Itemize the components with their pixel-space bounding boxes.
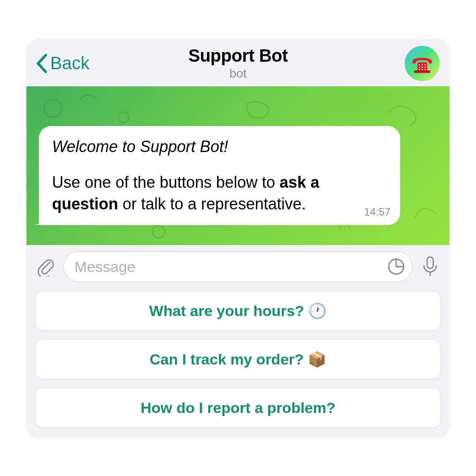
message-field[interactable]: [63, 251, 413, 282]
svg-point-5: [422, 67, 423, 68]
svg-point-11: [44, 100, 62, 117]
chevron-left-icon: [36, 54, 48, 73]
message-body: Use one of the buttons below to ask a qu…: [52, 172, 387, 215]
message-body-post: or talk to a representative.: [118, 195, 306, 213]
paperclip-icon: [37, 257, 55, 276]
input-bar: [26, 245, 450, 288]
quick-reply-button[interactable]: Can I track my order? 📦: [35, 339, 441, 379]
svg-point-6: [424, 67, 426, 68]
mic-icon: [422, 256, 438, 277]
message-bubble: Welcome to Support Bot! Use one of the b…: [39, 126, 400, 225]
svg-rect-15: [427, 257, 433, 268]
back-button[interactable]: Back: [29, 53, 89, 73]
svg-point-9: [424, 69, 426, 70]
svg-point-13: [152, 226, 165, 238]
quick-reply-label: What are your hours? 🕐: [149, 302, 327, 320]
message-body-pre: Use one of the buttons below to: [52, 173, 279, 191]
header: Back Support Bot bot: [26, 39, 450, 86]
attach-button[interactable]: [35, 256, 56, 277]
quick-replies: What are your hours? 🕐 Can I track my or…: [26, 288, 450, 437]
svg-point-3: [424, 64, 426, 65]
telephone-icon: [410, 53, 435, 74]
message-greeting: Welcome to Support Bot!: [52, 138, 387, 156]
quick-reply-label: Can I track my order? 📦: [149, 350, 326, 368]
sticker-icon[interactable]: [387, 258, 405, 275]
chat-subtitle: bot: [26, 67, 450, 81]
chat-title: Support Bot: [26, 46, 450, 66]
quick-reply-button[interactable]: What are your hours? 🕐: [35, 291, 441, 331]
quick-reply-button[interactable]: How do I report a problem?: [35, 388, 441, 428]
mic-button[interactable]: [420, 256, 441, 277]
svg-point-7: [419, 69, 420, 70]
chat-area: Welcome to Support Bot! Use one of the b…: [26, 86, 450, 245]
quick-reply-label: How do I report a problem?: [141, 399, 335, 416]
svg-point-12: [118, 112, 129, 123]
chat-window: Back Support Bot bot: [26, 39, 450, 437]
svg-point-4: [419, 67, 420, 68]
svg-point-1: [419, 64, 420, 65]
back-label: Back: [50, 53, 89, 73]
message-time: 14:57: [364, 206, 390, 218]
bubble-tail: [35, 216, 45, 225]
svg-rect-10: [414, 70, 430, 73]
svg-point-8: [422, 69, 423, 70]
avatar[interactable]: [405, 46, 440, 81]
message-input[interactable]: [74, 258, 387, 275]
svg-point-2: [422, 64, 423, 65]
